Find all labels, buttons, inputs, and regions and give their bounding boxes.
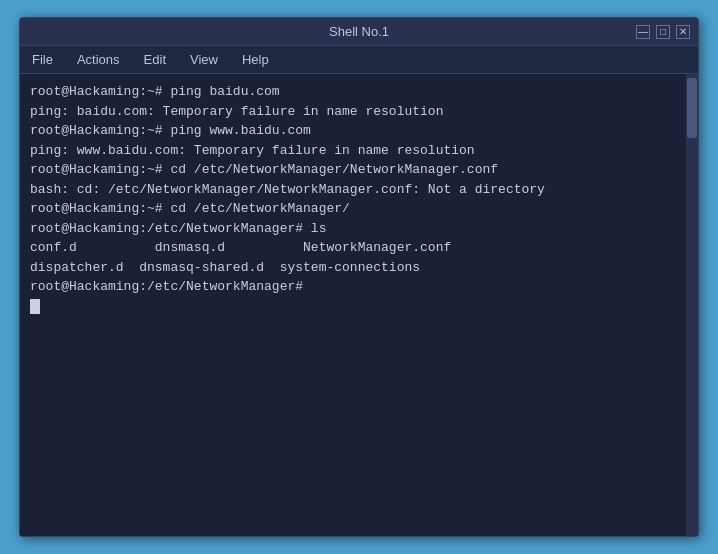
terminal-line-4: root@Hackaming:~# cd /etc/NetworkManager…: [30, 160, 676, 180]
menu-help[interactable]: Help: [238, 50, 273, 69]
terminal-cursor: [30, 299, 40, 314]
terminal-line-1: ping: baidu.com: Temporary failure in na…: [30, 102, 676, 122]
window-controls: — □ ✕: [636, 25, 690, 39]
menu-file[interactable]: File: [28, 50, 57, 69]
maximize-button[interactable]: □: [656, 25, 670, 39]
terminal-line-9: dispatcher.d dnsmasq-shared.d system-con…: [30, 258, 676, 278]
close-button[interactable]: ✕: [676, 25, 690, 39]
terminal-line-6: root@Hackaming:~# cd /etc/NetworkManager…: [30, 199, 676, 219]
scrollbar-thumb[interactable]: [687, 78, 697, 138]
minimize-button[interactable]: —: [636, 25, 650, 39]
terminal-line-7: root@Hackaming:/etc/NetworkManager# ls: [30, 219, 676, 239]
scrollbar[interactable]: [686, 74, 698, 536]
terminal-line-0: root@Hackaming:~# ping baidu.com: [30, 82, 676, 102]
terminal-line-8: conf.d dnsmasq.d NetworkManager.conf: [30, 238, 676, 258]
title-bar: Shell No.1 — □ ✕: [20, 18, 698, 46]
menu-edit[interactable]: Edit: [140, 50, 170, 69]
menu-actions[interactable]: Actions: [73, 50, 124, 69]
menu-bar: File Actions Edit View Help: [20, 46, 698, 74]
terminal-line-5: bash: cd: /etc/NetworkManager/NetworkMan…: [30, 180, 676, 200]
terminal-window: Shell No.1 — □ ✕ File Actions Edit View …: [19, 17, 699, 537]
terminal-line-10: root@Hackaming:/etc/NetworkManager#: [30, 277, 676, 297]
terminal-line-2: root@Hackaming:~# ping www.baidu.com: [30, 121, 676, 141]
menu-view[interactable]: View: [186, 50, 222, 69]
window-title: Shell No.1: [329, 24, 389, 39]
terminal-body: root@Hackaming:~# ping baidu.com ping: b…: [20, 74, 698, 536]
terminal-line-3: ping: www.baidu.com: Temporary failure i…: [30, 141, 676, 161]
terminal-content[interactable]: root@Hackaming:~# ping baidu.com ping: b…: [20, 74, 686, 536]
